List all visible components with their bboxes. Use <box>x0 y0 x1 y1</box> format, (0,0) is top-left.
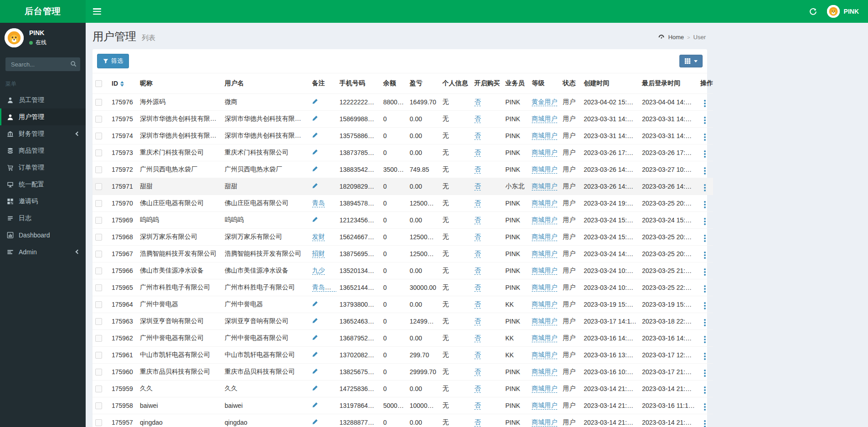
row-actions-button[interactable] <box>704 355 706 357</box>
select-all-checkbox[interactable] <box>95 80 102 87</box>
row-actions-button[interactable] <box>704 221 706 222</box>
sidebar-item-users[interactable]: 用户管理 <box>0 108 86 125</box>
buy-toggle-link[interactable]: 否 <box>474 300 481 309</box>
row-actions-button[interactable] <box>704 119 706 121</box>
level-link[interactable]: 商城用户 <box>532 149 557 157</box>
row-actions-button[interactable] <box>704 372 706 374</box>
buy-toggle-link[interactable]: 否 <box>474 149 481 157</box>
row-checkbox[interactable] <box>95 301 102 308</box>
level-link[interactable]: 商城用户 <box>532 368 557 376</box>
row-checkbox[interactable] <box>95 352 102 359</box>
row-checkbox[interactable] <box>95 183 102 190</box>
sidebar-item-dashboard[interactable]: Dashboard <box>0 226 86 243</box>
edit-remark-icon[interactable] <box>312 183 318 189</box>
level-link[interactable]: 商城用户 <box>532 233 557 241</box>
sidebar-item-admin[interactable]: Admin <box>0 243 86 260</box>
user-status[interactable]: 在线 <box>29 39 46 46</box>
row-checkbox[interactable] <box>95 369 102 376</box>
edit-remark-icon[interactable] <box>312 368 318 374</box>
edit-remark-icon[interactable] <box>312 385 318 391</box>
row-actions-button[interactable] <box>704 322 706 324</box>
level-link[interactable]: 商城用户 <box>532 115 557 123</box>
level-link[interactable]: 商城用户 <box>532 267 557 275</box>
remark-link[interactable]: 青岛九少 <box>312 283 337 292</box>
edit-remark-icon[interactable] <box>312 132 318 138</box>
remark-link[interactable]: 招财 <box>312 250 325 258</box>
level-link[interactable]: 商城用户 <box>532 300 557 309</box>
buy-toggle-link[interactable]: 否 <box>474 250 481 258</box>
buy-toggle-link[interactable]: 否 <box>474 165 481 174</box>
sidebar-item-config[interactable]: 统一配置 <box>0 176 86 193</box>
level-link[interactable]: 商城用户 <box>532 283 557 292</box>
level-link[interactable]: 商城用户 <box>532 182 557 190</box>
edit-remark-icon[interactable] <box>312 98 318 104</box>
level-link[interactable]: 商城用户 <box>532 165 557 174</box>
row-actions-button[interactable] <box>704 103 706 104</box>
sidebar-item-logs[interactable]: 日志 <box>0 210 86 226</box>
row-actions-button[interactable] <box>704 288 706 290</box>
row-actions-button[interactable] <box>704 389 706 391</box>
row-checkbox[interactable] <box>95 284 102 291</box>
columns-dropdown-button[interactable] <box>679 55 703 67</box>
edit-remark-icon[interactable] <box>312 149 318 155</box>
row-checkbox[interactable] <box>95 200 102 207</box>
level-link[interactable]: 商城用户 <box>532 385 557 393</box>
sidebar-item-orders[interactable]: 订单管理 <box>0 159 86 176</box>
level-link[interactable]: 商城用户 <box>532 351 557 359</box>
edit-remark-icon[interactable] <box>312 334 318 340</box>
level-link[interactable]: 黄金用户 <box>532 98 557 106</box>
edit-remark-icon[interactable] <box>312 301 318 307</box>
buy-toggle-link[interactable]: 否 <box>474 317 481 325</box>
row-actions-button[interactable] <box>704 136 706 138</box>
column-header-id[interactable]: ID <box>109 73 137 94</box>
row-checkbox[interactable] <box>95 268 102 274</box>
buy-toggle-link[interactable]: 否 <box>474 267 481 275</box>
row-actions-button[interactable] <box>704 254 706 256</box>
row-actions-button[interactable] <box>704 237 706 239</box>
filter-button[interactable]: 筛选 <box>97 54 129 68</box>
level-link[interactable]: 商城用户 <box>532 418 557 427</box>
sidebar-item-invite-codes[interactable]: 邀请码 <box>0 193 86 210</box>
buy-toggle-link[interactable]: 否 <box>474 98 481 106</box>
buy-toggle-link[interactable]: 否 <box>474 132 481 140</box>
row-checkbox[interactable] <box>95 149 102 156</box>
sidebar-item-products[interactable]: 商品管理 <box>0 142 86 159</box>
buy-toggle-link[interactable]: 否 <box>474 368 481 376</box>
level-link[interactable]: 商城用户 <box>532 250 557 258</box>
row-actions-button[interactable] <box>704 153 706 155</box>
edit-remark-icon[interactable] <box>312 318 318 324</box>
buy-toggle-link[interactable]: 否 <box>474 283 481 292</box>
edit-remark-icon[interactable] <box>312 216 318 222</box>
row-checkbox[interactable] <box>95 251 102 257</box>
buy-toggle-link[interactable]: 否 <box>474 385 481 393</box>
edit-remark-icon[interactable] <box>312 351 318 357</box>
remark-link[interactable]: 九少 <box>312 267 325 275</box>
row-actions-button[interactable] <box>704 305 706 307</box>
buy-toggle-link[interactable]: 否 <box>474 199 481 207</box>
level-link[interactable]: 商城用户 <box>532 334 557 342</box>
row-checkbox[interactable] <box>95 133 102 139</box>
edit-remark-icon[interactable] <box>312 419 318 425</box>
row-actions-button[interactable] <box>704 423 706 425</box>
row-checkbox[interactable] <box>95 166 102 173</box>
row-actions-button[interactable] <box>704 406 706 408</box>
level-link[interactable]: 商城用户 <box>532 317 557 325</box>
level-link[interactable]: 商城用户 <box>532 199 557 207</box>
level-link[interactable]: 商城用户 <box>532 401 557 410</box>
row-checkbox[interactable] <box>95 99 102 106</box>
row-actions-button[interactable] <box>704 187 706 189</box>
level-link[interactable]: 商城用户 <box>532 216 557 224</box>
row-checkbox[interactable] <box>95 386 102 392</box>
user-menu[interactable]: PINK <box>827 5 859 18</box>
row-actions-button[interactable] <box>704 339 706 340</box>
edit-remark-icon[interactable] <box>312 115 318 121</box>
row-actions-button[interactable] <box>704 170 706 172</box>
sidebar-item-finance[interactable]: 财务管理 <box>0 125 86 142</box>
row-checkbox[interactable] <box>95 402 102 409</box>
buy-toggle-link[interactable]: 否 <box>474 401 481 410</box>
buy-toggle-link[interactable]: 否 <box>474 115 481 123</box>
row-actions-button[interactable] <box>704 271 706 273</box>
search-input[interactable] <box>5 57 80 71</box>
row-checkbox[interactable] <box>95 234 102 241</box>
remark-link[interactable]: 青岛 <box>312 199 325 207</box>
